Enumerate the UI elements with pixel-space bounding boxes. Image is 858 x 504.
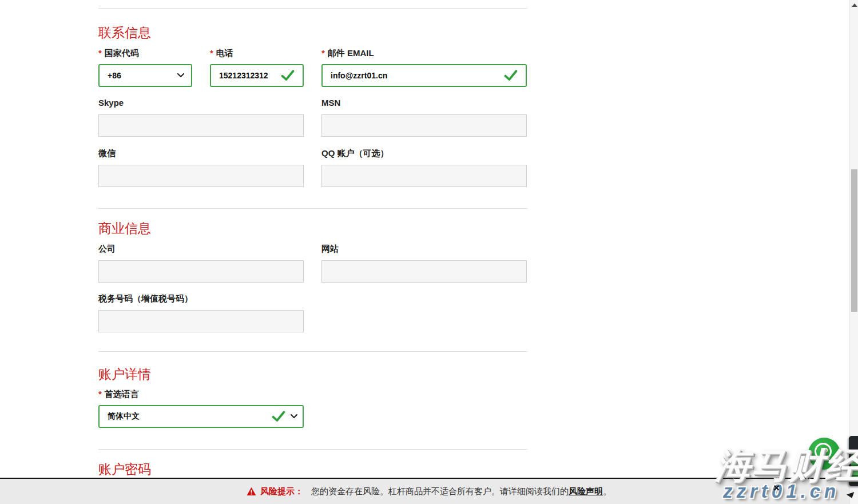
tax-number-label: 税务号码（增值税号码） xyxy=(98,293,193,303)
email-label: *邮件 EMAIL xyxy=(321,48,374,58)
divider xyxy=(98,8,527,9)
tax-number-input[interactable] xyxy=(99,311,303,332)
required-marker: * xyxy=(321,48,325,58)
scroll-up-arrow-icon[interactable] xyxy=(852,3,857,7)
check-icon xyxy=(272,411,285,423)
section-title-account-details: 账户详情 xyxy=(98,367,151,382)
warning-icon xyxy=(247,487,256,496)
company-label: 公司 xyxy=(98,244,116,253)
skype-field xyxy=(98,114,304,137)
required-marker: * xyxy=(98,48,102,58)
section-title-business: 商业信息 xyxy=(98,221,151,236)
email-field xyxy=(321,64,527,87)
divider xyxy=(98,449,527,450)
msn-field xyxy=(321,114,527,137)
msn-input[interactable] xyxy=(322,115,526,136)
scrollbar-thumb[interactable] xyxy=(851,169,857,312)
msn-label: MSN xyxy=(321,98,340,108)
footer-close-button[interactable]: × xyxy=(773,482,780,493)
section-title-contact: 联系信息 xyxy=(98,25,151,40)
qq-field xyxy=(321,165,527,187)
website-input[interactable] xyxy=(322,261,526,282)
scrollbar[interactable] xyxy=(849,0,858,504)
phone-label: *电话 xyxy=(210,48,233,58)
required-marker: * xyxy=(210,48,213,58)
risk-warning-label: 风险提示： xyxy=(260,486,303,496)
chevron-down-icon xyxy=(291,414,297,419)
company-field xyxy=(98,260,304,283)
language-value: 简体中文 xyxy=(108,411,140,422)
website-label: 网站 xyxy=(321,244,339,253)
divider xyxy=(98,208,527,209)
language-select[interactable]: 简体中文 xyxy=(98,405,304,428)
wechat-field xyxy=(98,165,304,187)
required-marker: * xyxy=(98,389,102,399)
country-code-label: *国家代码 xyxy=(98,48,139,58)
qq-label: QQ 账户（可选） xyxy=(321,148,389,158)
email-label-text: 邮件 EMAIL xyxy=(328,48,374,58)
risk-statement-link[interactable]: 风险声明 xyxy=(569,486,603,496)
divider xyxy=(98,351,527,352)
country-code-value: +86 xyxy=(108,71,121,80)
country-code-select[interactable]: +86 xyxy=(98,64,192,87)
company-input[interactable] xyxy=(99,261,303,282)
risk-warning-period: 。 xyxy=(603,486,611,496)
wechat-input[interactable] xyxy=(99,165,303,186)
check-icon xyxy=(281,70,295,82)
language-label-text: 首选语言 xyxy=(105,389,139,399)
watermark-domain: zzrt01.cn xyxy=(723,481,840,502)
phone-field xyxy=(210,64,304,87)
skype-input[interactable] xyxy=(99,115,303,136)
phone-label-text: 电话 xyxy=(216,48,233,58)
chevron-down-icon xyxy=(177,73,184,78)
country-code-label-text: 国家代码 xyxy=(105,48,139,58)
qq-input[interactable] xyxy=(322,165,526,186)
tax-number-field xyxy=(98,310,304,332)
email-input[interactable] xyxy=(323,65,526,86)
website-field xyxy=(321,260,527,283)
wechat-label: 微信 xyxy=(98,148,116,158)
check-icon xyxy=(504,70,518,82)
section-title-password: 账户密码 xyxy=(98,462,151,477)
skype-label: Skype xyxy=(98,98,124,108)
language-label: *首选语言 xyxy=(98,389,139,399)
risk-warning-text: 您的资金存在风险。杠杆商品并不适合所有客户。请详细阅读我们的 xyxy=(311,486,569,496)
